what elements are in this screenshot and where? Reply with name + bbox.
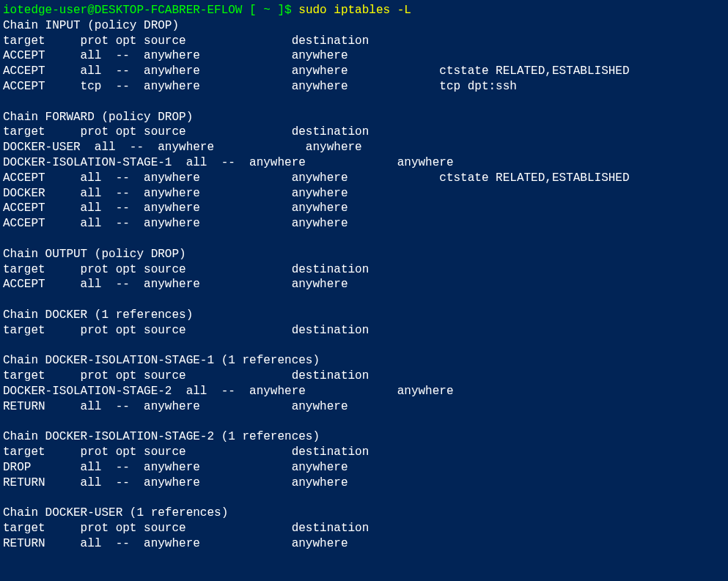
prompt-path: [ ~ ]$ bbox=[249, 4, 292, 17]
prompt-user-host: iotedge-user@DESKTOP-FCABRER-EFLOW bbox=[3, 4, 242, 17]
chain-docker-iso1-columns: target prot opt source destination bbox=[3, 369, 369, 382]
chain-input-columns: target prot opt source destination bbox=[3, 34, 369, 48]
chain-docker-iso2-rule-0: DROP all -- anywhere anywhere bbox=[3, 461, 348, 474]
terminal-output[interactable]: iotedge-user@DESKTOP-FCABRER-EFLOW [ ~ ]… bbox=[3, 3, 725, 552]
chain-input-rule-0: ACCEPT all -- anywhere anywhere bbox=[3, 49, 348, 62]
chain-docker-user-columns: target prot opt source destination bbox=[3, 522, 369, 535]
chain-docker-user-rule-0: RETURN all -- anywhere anywhere bbox=[3, 537, 348, 550]
chain-output-columns: target prot opt source destination bbox=[3, 263, 369, 276]
chain-forward-rule-2: ACCEPT all -- anywhere anywhere ctstate … bbox=[3, 171, 630, 185]
chain-docker-iso2-header: Chain DOCKER-ISOLATION-STAGE-2 (1 refere… bbox=[3, 430, 320, 443]
chain-docker-header: Chain DOCKER (1 references) bbox=[3, 308, 193, 322]
chain-forward-rule-4: ACCEPT all -- anywhere anywhere bbox=[3, 201, 348, 215]
chain-docker-iso1-header: Chain DOCKER-ISOLATION-STAGE-1 (1 refere… bbox=[3, 354, 320, 367]
chain-forward-rule-3: DOCKER all -- anywhere anywhere bbox=[3, 187, 348, 200]
chain-forward-rule-0: DOCKER-USER all -- anywhere anywhere bbox=[3, 141, 362, 154]
chain-output-rule-0: ACCEPT all -- anywhere anywhere bbox=[3, 278, 348, 291]
chain-docker-iso1-rule-0: DOCKER-ISOLATION-STAGE-2 all -- anywhere… bbox=[3, 385, 454, 398]
chain-forward-columns: target prot opt source destination bbox=[3, 125, 369, 138]
chain-docker-iso2-columns: target prot opt source destination bbox=[3, 445, 369, 459]
chain-docker-iso2-rule-1: RETURN all -- anywhere anywhere bbox=[3, 476, 348, 489]
chain-docker-columns: target prot opt source destination bbox=[3, 324, 369, 337]
chain-forward-rule-1: DOCKER-ISOLATION-STAGE-1 all -- anywhere… bbox=[3, 156, 454, 169]
chain-docker-iso1-rule-1: RETURN all -- anywhere anywhere bbox=[3, 400, 348, 413]
chain-input-header: Chain INPUT (policy DROP) bbox=[3, 19, 179, 32]
chain-output-header: Chain OUTPUT (policy DROP) bbox=[3, 248, 186, 261]
chain-input-rule-1: ACCEPT all -- anywhere anywhere ctstate … bbox=[3, 64, 630, 78]
chain-forward-header: Chain FORWARD (policy DROP) bbox=[3, 111, 193, 124]
command-text: sudo iptables -L bbox=[298, 4, 411, 17]
chain-input-rule-2: ACCEPT tcp -- anywhere anywhere tcp dpt:… bbox=[3, 80, 517, 93]
chain-docker-user-header: Chain DOCKER-USER (1 references) bbox=[3, 506, 228, 519]
chain-forward-rule-5: ACCEPT all -- anywhere anywhere bbox=[3, 217, 348, 230]
